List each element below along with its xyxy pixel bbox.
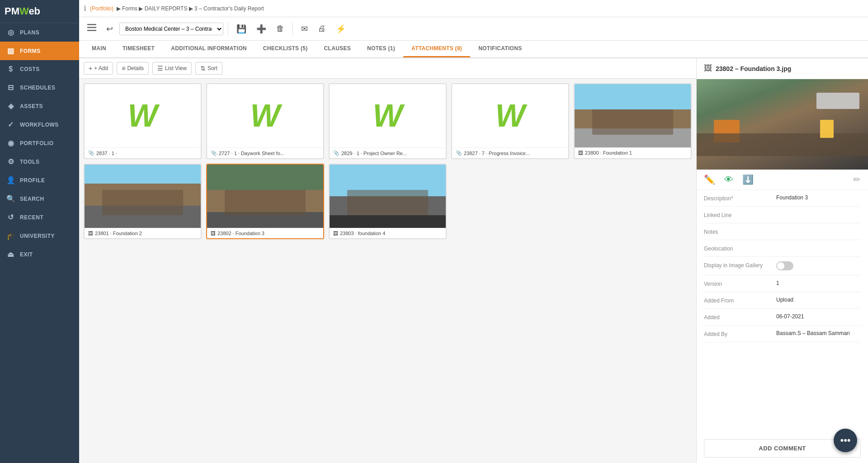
field-added: Added 06-07-2021 [704,309,861,326]
thumbnail-7[interactable]: ✓ 🖼 23802 · Foundation 3 [206,164,324,239]
sidebar-item-costs[interactable]: $ COSTS [0,60,79,78]
costs-icon: $ [6,65,15,73]
thumb-image-4: W [452,84,568,147]
paperclip-icon: 📎 [88,150,94,156]
menu-button[interactable] [84,22,100,36]
svg-rect-2 [87,30,96,31]
info-icon[interactable]: ℹ [84,4,86,13]
sidebar-item-label: UNIVERSITY [20,233,55,239]
more-attachment-options-button[interactable]: ✏ [853,174,861,185]
download-attachment-button[interactable]: ⬇️ [742,174,754,185]
pmweb-logo-placeholder-3: W [330,84,446,147]
save-button[interactable]: 💾 [233,22,250,36]
geolocation-label: Geolocation [704,245,772,252]
sidebar-item-university[interactable]: 🎓 UNIVERSITY [0,227,79,245]
paperclip-icon-3: 📎 [333,150,340,156]
description-value: Foundation 3 [776,194,861,201]
thumb-image-7 [207,165,323,228]
pmweb-logo-placeholder-2: W [207,84,323,147]
tab-main[interactable]: MAIN [84,41,114,57]
plans-icon: ◎ [6,28,15,37]
tab-notes[interactable]: NOTES (1) [359,41,403,57]
view-attachment-button[interactable]: 👁 [724,175,733,185]
thumb-label-5: 🖼 23800 · Foundation 1 [575,147,691,158]
sidebar-item-tools[interactable]: ⚙ TOOLS [0,152,79,171]
sort-label: Sort [208,65,217,71]
tab-checklists[interactable]: CHECKLISTS (5) [255,41,316,57]
fab-icon: ••• [840,435,850,446]
sidebar-item-label: EXIT [20,251,33,258]
svg-rect-0 [87,24,96,25]
sidebar-item-workflows[interactable]: ✓ WORKFLOWS [0,115,79,134]
lightning-button[interactable]: ⚡ [332,22,349,36]
thumb-label-1: 📎 2837 · 1 · [85,147,201,158]
notes-label: Notes [704,228,772,235]
thumbnail-5[interactable]: 🖼 23800 · Foundation 1 [574,83,692,159]
tab-clauses[interactable]: CLAUSES [316,41,359,57]
edit-attachment-button[interactable]: ✏️ [704,174,715,185]
thumb-label-3: 📎 2829 · 1 · Project Owner Re... [330,147,446,158]
sidebar-item-forms[interactable]: ▤ FORMS [0,42,79,60]
thumb-label-7: 🖼 23802 · Foundation 3 [207,228,323,238]
tab-attachments[interactable]: ATTACHMENTS (8) [403,41,470,57]
field-description: Description* Foundation 3 [704,190,861,207]
thumb-image-2: W [207,84,323,147]
fab-button[interactable]: ••• [834,429,857,452]
display-gallery-label: Display in Image Gallery [704,261,772,269]
sidebar-item-label: PROFILE [20,177,45,184]
display-gallery-value [776,261,861,270]
breadcrumb-portfolio-link[interactable]: (Portfolio) [90,5,113,12]
print-button[interactable]: 🖨 [314,22,330,36]
detail-header: 🖼 23802 – Foundation 3.jpg [697,58,868,79]
detail-panel: 🖼 23802 – Foundation 3.jpg ✏️ 👁 ⬇️ ✏ [696,58,868,463]
pmweb-logo-placeholder-4: W [452,84,568,147]
construction-photo-6 [85,165,201,228]
thumbnail-3[interactable]: W 📎 2829 · 1 · Project Owner Re... [329,83,447,159]
project-selector[interactable]: Boston Medical Center – 3 – Contrac... [119,23,223,35]
logo-text: PMWeb [5,5,40,17]
thumbnail-4[interactable]: W 📎 23827 · 7 · Progress Invoice... [451,83,569,159]
toolbar-divider-1 [228,23,228,35]
delete-button[interactable]: 🗑 [273,22,288,36]
thumb-label-4: 📎 23827 · 7 · Progress Invoice... [452,147,568,158]
sidebar-item-exit[interactable]: ⏏ EXIT [0,245,79,264]
list-view-button[interactable]: ☰ List View [152,62,192,75]
field-version: Version 1 [704,275,861,292]
thumbnail-6[interactable]: 🖼 23801 · Foundation 2 [84,164,202,239]
tabs: MAIN TIMESHEET ADDITIONAL INFORMATION CH… [79,41,868,58]
sort-icon: ⇅ [200,65,206,72]
thumbnail-8[interactable]: 🖼 23803 · foundation 4 [329,164,447,239]
detail-fields: Description* Foundation 3 Linked Line No… [697,190,868,434]
sidebar-item-recent[interactable]: ↺ RECENT [0,208,79,227]
details-button[interactable]: ≡ Details [117,62,149,75]
add-button[interactable]: ➕ [253,22,270,36]
toolbar: ↩ Boston Medical Center – 3 – Contrac...… [79,17,868,41]
email-button[interactable]: ✉ [297,22,311,36]
thumb-image-8 [330,165,446,228]
toolbar-divider-2 [292,23,293,35]
tab-notifications[interactable]: NOTIFICATIONS [470,41,530,57]
tab-additional-information[interactable]: ADDITIONAL INFORMATION [163,41,255,57]
svg-rect-1 [87,27,96,28]
sidebar-item-search[interactable]: 🔍 SEARCH [0,189,79,208]
version-value: 1 [776,280,861,286]
sidebar-item-label: WORKFLOWS [20,122,59,128]
add-attachment-button[interactable]: + + Add [84,62,113,75]
sidebar-item-label: SCHEDULES [20,85,56,91]
thumbnails-grid: W 📎 2837 · 1 · W [84,83,692,239]
sidebar-item-profile[interactable]: 👤 PROFILE [0,171,79,189]
sidebar-item-schedules[interactable]: ⊟ SCHEDULES [0,78,79,97]
sort-button[interactable]: ⇅ Sort [195,62,222,75]
display-gallery-toggle[interactable] [776,261,793,270]
sidebar-item-plans[interactable]: ◎ PLANS [0,23,79,42]
undo-button[interactable]: ↩ [103,22,117,36]
forms-icon: ▤ [6,47,15,55]
thumbnail-1[interactable]: W 📎 2837 · 1 · [84,83,202,159]
pmweb-w-icon: W [127,100,157,132]
sidebar-item-assets[interactable]: ◈ ASSETS [0,97,79,115]
tab-timesheet[interactable]: TIMESHEET [114,41,163,57]
thumbnail-2[interactable]: W 📎 2727 · 1 · Daywork Sheet fo... [206,83,324,159]
tools-icon: ⚙ [6,157,15,166]
paperclip-icon-2: 📎 [211,150,217,156]
sidebar-item-portfolio[interactable]: ◉ PORTFOLIO [0,134,79,152]
